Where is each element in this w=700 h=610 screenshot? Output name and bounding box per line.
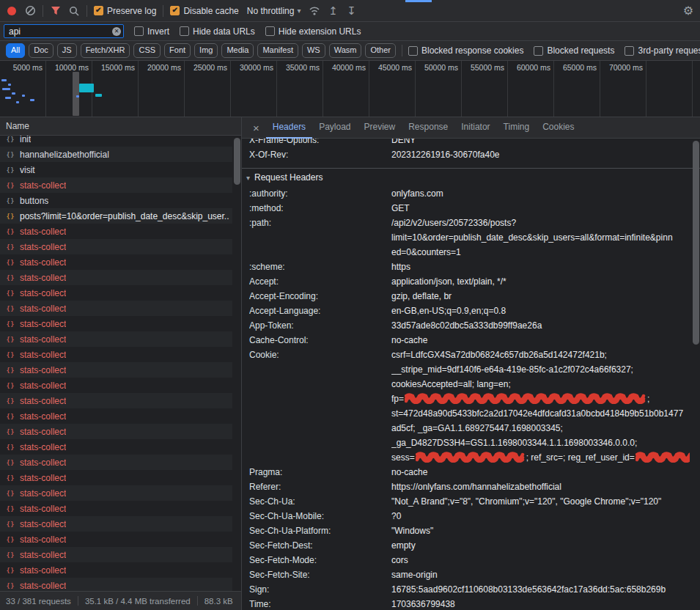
type-filter-all[interactable]: All <box>6 43 25 57</box>
type-filter-js[interactable]: JS <box>57 43 77 57</box>
request-row[interactable]: {}stats-collect <box>0 501 232 516</box>
invert-checkbox[interactable]: Invert <box>134 26 169 37</box>
type-filter-media[interactable]: Media <box>221 43 254 57</box>
header-name: :path: <box>249 216 391 260</box>
header-name: :scheme: <box>249 260 391 274</box>
timeline-overview[interactable]: 5000 ms10000 ms15000 ms20000 ms25000 ms3… <box>0 61 700 117</box>
close-details-button[interactable]: × <box>246 122 266 134</box>
request-row[interactable]: {}stats-collect <box>0 578 232 591</box>
tab-payload[interactable]: Payload <box>312 117 357 139</box>
type-filter-font[interactable]: Font <box>164 43 191 57</box>
network-conditions-button[interactable] <box>309 4 320 18</box>
request-row[interactable]: {}hannahelizabethofficial <box>0 147 232 162</box>
request-row[interactable]: {}stats-collect <box>0 254 232 270</box>
header-value: "Windows" <box>391 523 690 538</box>
redaction-scribble <box>405 393 646 404</box>
header-value-line: 33d57ade8c02dbc5a333db99ff9ae26a <box>391 318 690 333</box>
filter-blocked-requests-checkbox[interactable]: Blocked requests <box>534 45 614 56</box>
type-filter-other[interactable]: Other <box>365 43 396 57</box>
disable-cache-checkbox[interactable]: Disable cache <box>170 6 238 16</box>
request-row[interactable]: {}stats-collect <box>0 439 232 455</box>
request-row[interactable]: {}stats-collect <box>0 393 232 408</box>
scrollbar-thumb[interactable] <box>693 141 699 345</box>
request-row[interactable]: {}stats-collect <box>0 470 232 485</box>
type-filter-fetch-xhr[interactable]: Fetch/XHR <box>81 43 130 57</box>
filter-toggle-button[interactable] <box>50 4 62 18</box>
tab-headers[interactable]: Headers <box>266 117 312 139</box>
request-row[interactable]: {}stats-collect <box>0 485 232 501</box>
request-row[interactable]: {}stats-collect <box>0 532 232 547</box>
request-row[interactable]: {}buttons <box>0 193 232 208</box>
request-row[interactable]: {}stats-collect <box>0 408 232 424</box>
fetch-xhr-icon: {} <box>5 166 15 174</box>
timeline-tick-label: 60000 ms <box>517 63 550 72</box>
tab-timing[interactable]: Timing <box>497 117 537 139</box>
request-row[interactable]: {}stats-collect <box>0 270 232 285</box>
preserve-log-checkbox[interactable]: Preserve log <box>94 6 156 16</box>
name-column-header[interactable]: Name <box>0 117 241 136</box>
request-row[interactable]: {}visit <box>0 162 232 177</box>
network-toolbar: Preserve log Disable cache No throttling… <box>0 0 700 22</box>
request-row[interactable]: {}stats-collect <box>0 301 232 316</box>
request-row[interactable]: {}stats-collect <box>0 378 232 393</box>
type-filter-ws[interactable]: WS <box>302 43 325 57</box>
hide-data-urls-checkbox[interactable]: Hide data URLs <box>180 26 255 37</box>
request-row[interactable]: {}stats-collect <box>0 177 232 193</box>
type-filter-img[interactable]: Img <box>194 43 218 57</box>
request-row[interactable]: {}stats-collect <box>0 331 232 347</box>
type-filter-manifest[interactable]: Manifest <box>257 43 298 57</box>
header-value: 16785:5aad9602cf110608b03133de563642fac1… <box>391 582 690 597</box>
filter-input-wrap: ✕ <box>4 24 124 38</box>
request-row[interactable]: {}stats-collect <box>0 224 232 239</box>
header-value-line: no-cache <box>391 465 690 479</box>
clear-filter-icon[interactable]: ✕ <box>112 27 121 36</box>
hide-extension-urls-checkbox[interactable]: Hide extension URLs <box>265 26 361 37</box>
export-har-button[interactable]: ↧ <box>345 4 357 18</box>
timeline-tick-label: 5000 ms <box>13 63 43 72</box>
request-row[interactable]: {}stats-collect <box>0 516 232 532</box>
type-filter-css[interactable]: CSS <box>133 43 161 57</box>
search-button[interactable] <box>68 4 80 18</box>
request-name: stats-collect <box>20 304 66 314</box>
request-headers-section[interactable]: ▾Request Headers <box>242 168 700 186</box>
request-row[interactable]: {}stats-collect <box>0 239 232 254</box>
request-row[interactable]: {}stats-collect <box>0 347 232 362</box>
request-name: stats-collect <box>20 519 66 529</box>
header-value-line: "Not_A Brand";v="8", "Chromium";v="120",… <box>391 494 690 509</box>
filter-input[interactable] <box>4 24 124 38</box>
request-row[interactable]: {}stats-collect <box>0 547 232 562</box>
header-row: X-Frame-Options:DENY <box>249 139 690 147</box>
header-value-line: https://onlyfans.com/hannahelizabethoffi… <box>391 479 690 494</box>
throttling-select[interactable]: No throttling ▾ <box>246 6 303 16</box>
filter-3rd-party-requests-checkbox[interactable]: 3rd-party requests <box>625 45 700 56</box>
filter-blocked-response-cookies-checkbox[interactable]: Blocked response cookies <box>408 45 523 56</box>
fetch-xhr-icon: {} <box>5 535 15 543</box>
settings-button[interactable]: ⚙ <box>682 4 694 18</box>
request-row[interactable]: {}stats-collect <box>0 455 232 470</box>
header-name: Sec-Ch-Ua-Platform: <box>249 523 391 538</box>
tab-response[interactable]: Response <box>402 117 454 139</box>
type-filter-doc[interactable]: Doc <box>29 43 54 57</box>
request-row[interactable]: {}posts?limit=10&order=publish_date_desc… <box>0 208 232 224</box>
request-row[interactable]: {}stats-collect <box>0 316 232 331</box>
request-list-scrollbar[interactable] <box>233 136 241 591</box>
request-row[interactable]: {}stats-collect <box>0 362 232 378</box>
requests-panel: Name {}init{}hannahelizabethofficial{}vi… <box>0 117 242 610</box>
clear-button[interactable] <box>24 4 36 18</box>
tab-cookies[interactable]: Cookies <box>536 117 581 139</box>
request-row[interactable]: {}stats-collect <box>0 562 232 578</box>
headers-scrollbar[interactable] <box>692 139 700 610</box>
request-row[interactable]: {}stats-collect <box>0 285 232 301</box>
header-value-line: ad5cf; _ga=GA1.1.689275447.1698003345; <box>391 421 690 436</box>
request-row[interactable]: {}init <box>0 136 232 147</box>
record-button[interactable] <box>6 4 18 18</box>
import-har-button[interactable]: ↥ <box>327 4 339 18</box>
section-title: Request Headers <box>254 172 323 183</box>
tab-initiator[interactable]: Initiator <box>454 117 496 139</box>
type-filter-wasm[interactable]: Wasm <box>329 43 362 57</box>
scrollbar-thumb[interactable] <box>234 138 240 185</box>
tab-preview[interactable]: Preview <box>358 117 402 139</box>
request-row[interactable]: {}stats-collect <box>0 424 232 439</box>
gear-icon: ⚙ <box>683 5 693 17</box>
active-panel-tab-indicator <box>405 0 432 2</box>
